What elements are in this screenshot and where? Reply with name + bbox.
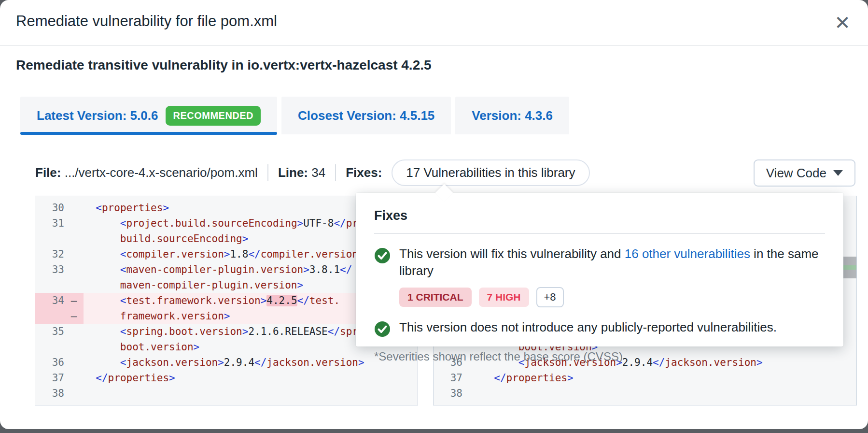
remediation-subtitle: Remediate transitive vulnerablity in io.… xyxy=(16,58,432,73)
file-value: .../vertx-core-4.x-scenario/pom.xml xyxy=(65,165,258,180)
code-line: 37 </properties> xyxy=(35,370,418,386)
close-icon[interactable]: ✕ xyxy=(832,13,853,33)
line-number-gutter: 30 xyxy=(35,200,64,216)
check-circle-icon xyxy=(374,321,391,337)
tab-version-3[interactable]: Version: 4.3.6 xyxy=(455,97,569,134)
diff-removed-marker xyxy=(462,386,482,401)
line-number-gutter: 38 xyxy=(434,386,462,401)
vulnerabilities-pill-button[interactable]: 17 Vulnerabilities in this library xyxy=(392,159,589,186)
tab-version-1[interactable]: Latest Version: 5.0.6RECOMMENDED xyxy=(20,97,277,134)
line-number-gutter xyxy=(35,339,64,355)
diff-removed-marker xyxy=(64,246,84,262)
fixes-popover: Fixes This version will fix this vulnera… xyxy=(356,193,843,346)
diff-removed-marker: — xyxy=(64,308,84,324)
cvss-footnote: *Severities shown reflect the base score… xyxy=(374,350,825,363)
line-number-gutter: 37 xyxy=(434,370,462,386)
line-label: Line: xyxy=(278,165,308,180)
line-number-gutter: 32 xyxy=(35,246,64,262)
code-line: 37 </properties> xyxy=(434,370,856,386)
line-number-gutter: 38 xyxy=(35,386,64,401)
divider xyxy=(374,233,825,234)
diff-removed-marker xyxy=(64,231,84,246)
check-circle-icon xyxy=(374,247,391,264)
line-number-gutter: 31 xyxy=(35,216,64,231)
diff-removed-marker xyxy=(64,262,84,277)
diff-removed-marker xyxy=(64,355,84,370)
code-line: 38 xyxy=(35,386,418,401)
remediate-vulnerability-modal: Remediate vulnerability for file pom.xml… xyxy=(0,0,868,429)
file-info-row: File: .../vertx-core-4.x-scenario/pom.xm… xyxy=(35,159,590,186)
fix-text-pre: This version will fix this vulnerability… xyxy=(399,246,625,261)
line-number-gutter: 35 xyxy=(35,324,64,339)
divider xyxy=(335,164,336,181)
fix-item-2: This version does not introduce any publ… xyxy=(374,319,825,337)
line-number-gutter: 37 xyxy=(35,370,64,386)
popover-arrow xyxy=(435,184,453,202)
line-number-gutter xyxy=(35,277,64,293)
chevron-down-icon xyxy=(833,170,843,176)
diff-removed-marker xyxy=(64,324,84,339)
line-number-gutter: 34 xyxy=(35,293,64,308)
file-label: File: xyxy=(35,165,61,180)
diff-removed-marker xyxy=(462,370,482,386)
view-code-button[interactable]: View Code xyxy=(754,159,855,187)
line-number-gutter xyxy=(35,231,64,246)
fixes-label: Fixes: xyxy=(346,165,382,180)
tab-label: Version: 4.3.6 xyxy=(472,108,553,123)
diff-removed-marker xyxy=(64,277,84,293)
line-number-gutter: 36 xyxy=(35,355,64,370)
fix-item-2-text: This version does not introduce any publ… xyxy=(399,319,777,336)
modal-title: Remediate vulnerability for file pom.xml xyxy=(16,13,277,30)
tab-label: Latest Version: 5.0.6 xyxy=(37,108,158,123)
severity-chip-high: 7 HIGH xyxy=(479,288,529,307)
file-path: File: .../vertx-core-4.x-scenario/pom.xm… xyxy=(35,165,258,180)
severity-chip-more[interactable]: +8 xyxy=(536,287,564,307)
diff-removed-marker xyxy=(64,200,84,216)
popover-title: Fixes xyxy=(374,208,825,223)
severity-chips: 1 CRITICAL7 HIGH+8 xyxy=(399,287,825,307)
line-number-gutter: 33 xyxy=(35,262,64,277)
recommended-badge: RECOMMENDED xyxy=(166,106,261,126)
scrollbar-thumb[interactable] xyxy=(841,257,856,278)
diff-removed-marker xyxy=(64,386,84,401)
fix-item-1-text: This version will fix this vulnerability… xyxy=(399,245,824,279)
tab-label: Closest Version: 4.5.15 xyxy=(298,108,434,123)
fix-item-1: This version will fix this vulnerability… xyxy=(374,245,825,279)
severity-chip-critical: 1 CRITICAL xyxy=(399,288,472,307)
line-value: 34 xyxy=(311,165,325,180)
tab-version-2[interactable]: Closest Version: 4.5.15 xyxy=(281,97,451,134)
other-vulnerabilities-link[interactable]: 16 other vulnerabilities xyxy=(625,246,750,261)
line-number: Line: 34 xyxy=(278,165,325,180)
diff-removed-marker xyxy=(64,216,84,231)
view-code-label: View Code xyxy=(766,166,826,181)
divider xyxy=(267,164,268,181)
diff-removed-marker xyxy=(64,339,84,355)
code-line: 38 xyxy=(434,386,856,401)
line-number-gutter xyxy=(35,308,64,324)
modal-header: Remediate vulnerability for file pom.xml… xyxy=(0,0,868,46)
code-line: 36 <jackson.version>2.9.4</jackson.versi… xyxy=(35,355,418,370)
version-tabs: Latest Version: 5.0.6RECOMMENDEDClosest … xyxy=(20,97,569,134)
diff-removed-marker: — xyxy=(64,293,84,308)
diff-removed-marker xyxy=(64,370,84,386)
